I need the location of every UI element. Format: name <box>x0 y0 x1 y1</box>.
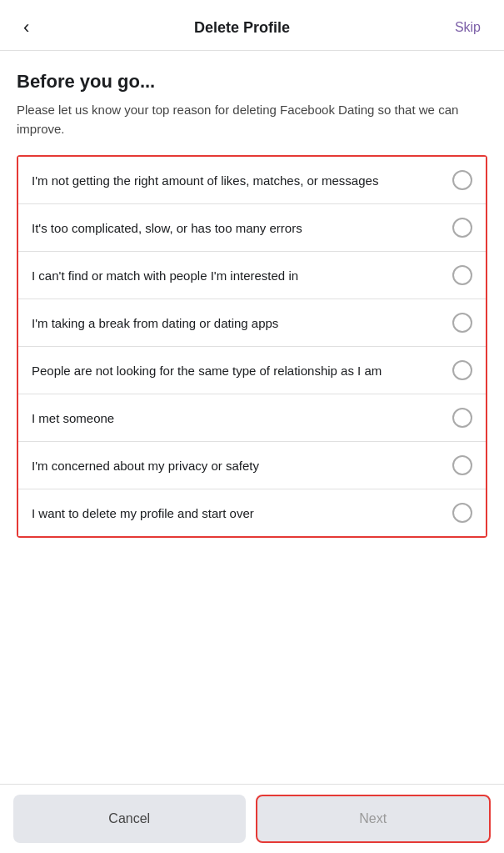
page-title: Delete Profile <box>194 19 290 37</box>
option-item[interactable]: I'm concerned about my privacy or safety <box>18 442 486 489</box>
options-container: I'm not getting the right amount of like… <box>17 155 487 538</box>
option-item[interactable]: I'm taking a break from dating or dating… <box>18 299 486 347</box>
option-text: I can't find or match with people I'm in… <box>32 267 452 284</box>
radio-button[interactable] <box>452 313 472 333</box>
option-text: I'm concerned about my privacy or safety <box>32 457 452 474</box>
option-item[interactable]: It's too complicated, slow, or has too m… <box>18 204 486 252</box>
next-button[interactable]: Next <box>256 795 492 843</box>
radio-button[interactable] <box>452 265 472 285</box>
option-item[interactable]: I can't find or match with people I'm in… <box>18 252 486 299</box>
option-text: I met someone <box>32 409 452 427</box>
radio-button[interactable] <box>452 218 472 238</box>
option-text: I'm not getting the right amount of like… <box>32 172 452 189</box>
option-text: People are not looking for the same type… <box>32 362 452 379</box>
cancel-button[interactable]: Cancel <box>13 795 246 843</box>
section-title: Before you go... <box>17 71 487 93</box>
option-item[interactable]: I want to delete my profile and start ov… <box>18 489 486 536</box>
radio-button[interactable] <box>452 408 472 428</box>
back-button[interactable]: ‹ <box>17 13 36 42</box>
section-description: Please let us know your top reason for d… <box>17 101 487 138</box>
radio-button[interactable] <box>452 503 472 523</box>
header: ‹ Delete Profile Skip <box>0 0 504 51</box>
footer: Cancel Next <box>0 784 504 853</box>
option-text: It's too complicated, slow, or has too m… <box>32 219 452 237</box>
skip-button[interactable]: Skip <box>448 17 487 38</box>
option-item[interactable]: People are not looking for the same type… <box>18 347 486 394</box>
option-text: I'm taking a break from dating or dating… <box>32 314 452 332</box>
option-text: I want to delete my profile and start ov… <box>32 504 452 522</box>
option-item[interactable]: I met someone <box>18 394 486 442</box>
option-item[interactable]: I'm not getting the right amount of like… <box>18 157 486 204</box>
radio-button[interactable] <box>452 360 472 380</box>
radio-button[interactable] <box>452 455 472 475</box>
content-area: Before you go... Please let us know your… <box>0 51 504 638</box>
radio-button[interactable] <box>452 170 472 190</box>
